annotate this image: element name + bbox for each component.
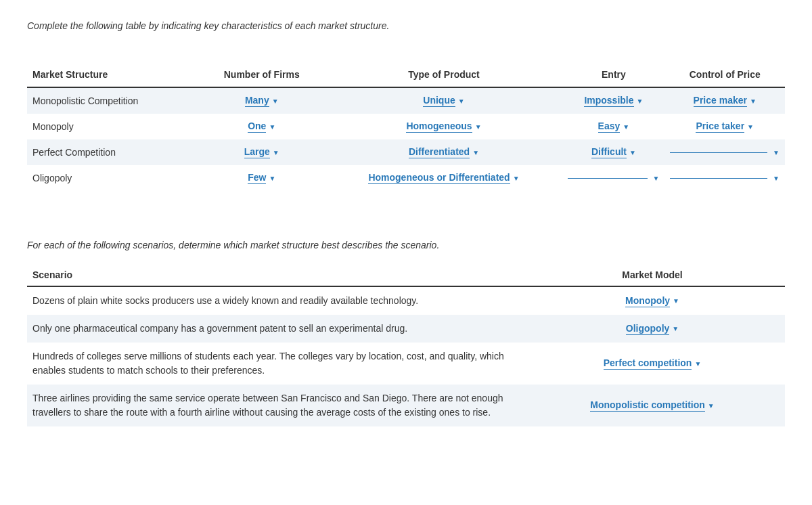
scenario-text-cell: Hundreds of colleges serve millions of s… [27, 343, 520, 385]
table1-container: Market Structure Number of Firms Type of… [27, 62, 785, 191]
product-cell[interactable]: Unique▼ [325, 87, 563, 114]
scenario-text: Three airlines providing the same servic… [32, 391, 514, 420]
dropdown-arrow[interactable]: ▼ [273, 149, 279, 156]
price-cell[interactable]: ▼ [664, 139, 785, 165]
dropdown-arrow[interactable]: ▼ [773, 175, 780, 182]
dropdown-arrow[interactable]: ▼ [623, 123, 629, 131]
num-firms-cell[interactable]: One▼ [198, 114, 325, 139]
dropdown-arrow[interactable]: ▼ [653, 175, 660, 182]
dropdown-arrow[interactable]: ▼ [708, 402, 715, 410]
entry-cell[interactable]: Impossible▼ [562, 87, 664, 114]
table-row: Perfect CompetitionLarge▼Differentiated▼… [27, 139, 785, 165]
product-cell[interactable]: Homogeneous▼ [325, 114, 563, 139]
scenario-row: Only one pharmaceutical company has a go… [27, 315, 785, 343]
num-firms-cell[interactable]: Many▼ [198, 87, 325, 114]
market-model-cell[interactable]: Monopolistic competition▼ [520, 385, 785, 426]
price-cell[interactable]: Price maker▼ [664, 87, 785, 114]
col-header-firms: Number of Firms [198, 62, 325, 87]
table-row: MonopolyOne▼Homogeneous▼Easy▼Price taker… [27, 114, 785, 139]
dropdown-arrow[interactable]: ▼ [694, 360, 701, 368]
scenario-text-cell: Only one pharmaceutical company has a go… [27, 315, 520, 343]
market-structure-table: Market Structure Number of Firms Type of… [27, 62, 785, 191]
dropdown-arrow[interactable]: ▼ [637, 97, 644, 105]
dropdown-arrow[interactable]: ▼ [513, 175, 520, 182]
entry-cell[interactable]: Difficult▼ [562, 139, 664, 165]
col-header-product: Type of Product [325, 62, 563, 87]
col-header-price: Control of Price [664, 62, 785, 87]
dropdown-arrow[interactable]: ▼ [269, 123, 275, 131]
structure-cell: Monopoly [27, 114, 198, 139]
scenario-row: Dozens of plain white socks producers us… [27, 286, 785, 315]
dropdown-arrow[interactable]: ▼ [672, 325, 679, 332]
dropdown-arrow[interactable]: ▼ [673, 297, 679, 305]
dropdown-arrow[interactable]: ▼ [773, 149, 780, 156]
col-header-structure: Market Structure [27, 62, 198, 87]
instructions-2: For each of the following scenarios, det… [27, 240, 785, 250]
table-row: OligopolyFew▼Homogeneous or Differentiat… [27, 165, 785, 191]
structure-cell: Monopolistic Competition [27, 87, 198, 114]
product-cell[interactable]: Homogeneous or Differentiated▼ [325, 165, 563, 191]
scenario-row: Three airlines providing the same servic… [27, 385, 785, 426]
structure-cell: Perfect Competition [27, 139, 198, 165]
scenario-text-cell: Dozens of plain white socks producers us… [27, 286, 520, 315]
entry-cell[interactable]: Easy▼ [562, 114, 664, 139]
col-header-entry: Entry [562, 62, 664, 87]
entry-cell[interactable]: ▼ [562, 165, 664, 191]
dropdown-arrow[interactable]: ▼ [750, 97, 757, 105]
instructions-1: Complete the following table by indicati… [27, 20, 785, 31]
dropdown-arrow[interactable]: ▼ [472, 149, 479, 156]
market-model-cell[interactable]: Monopoly▼ [520, 286, 785, 315]
num-firms-cell[interactable]: Large▼ [198, 139, 325, 165]
scenario-text: Hundreds of colleges serve millions of s… [32, 349, 514, 378]
dropdown-arrow[interactable]: ▼ [272, 97, 279, 105]
dropdown-arrow[interactable]: ▼ [475, 123, 482, 131]
scenario-text-cell: Three airlines providing the same servic… [27, 385, 520, 426]
price-cell[interactable]: Price taker▼ [664, 114, 785, 139]
scenario-text: Only one pharmaceutical company has a go… [32, 322, 514, 336]
col-header-market-model: Market Model [520, 264, 785, 286]
table-row: Monopolistic CompetitionMany▼Unique▼Impo… [27, 87, 785, 114]
scenarios-table: Scenario Market Model Dozens of plain wh… [27, 264, 785, 426]
dropdown-arrow[interactable]: ▼ [629, 149, 636, 156]
product-cell[interactable]: Differentiated▼ [325, 139, 563, 165]
dropdown-arrow[interactable]: ▼ [458, 97, 465, 105]
price-cell[interactable]: ▼ [664, 165, 785, 191]
market-model-cell[interactable]: Oligopoly▼ [520, 315, 785, 343]
scenario-text: Dozens of plain white socks producers us… [32, 294, 514, 308]
scenario-row: Hundreds of colleges serve millions of s… [27, 343, 785, 385]
structure-cell: Oligopoly [27, 165, 198, 191]
table2-container: Scenario Market Model Dozens of plain wh… [27, 264, 785, 426]
dropdown-arrow[interactable]: ▼ [747, 123, 754, 131]
num-firms-cell[interactable]: Few▼ [198, 165, 325, 191]
market-model-cell[interactable]: Perfect competition▼ [520, 343, 785, 385]
col-header-scenario: Scenario [27, 264, 520, 286]
dropdown-arrow[interactable]: ▼ [269, 175, 275, 182]
